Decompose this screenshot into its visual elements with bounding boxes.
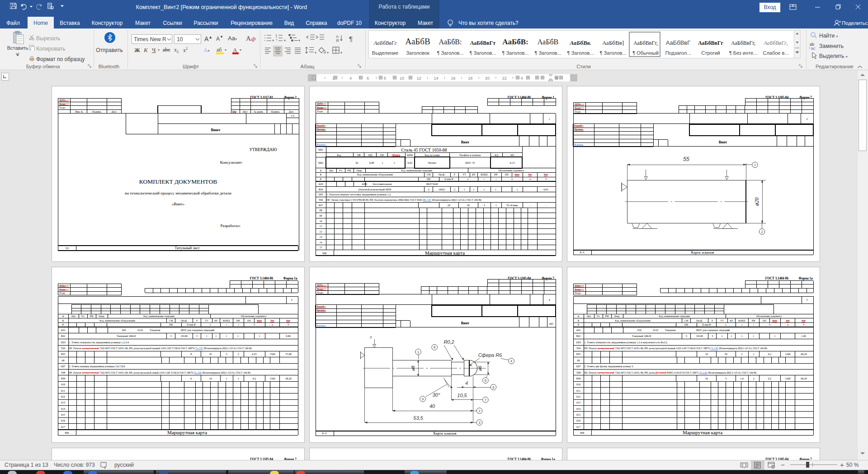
svg-text:60,29: 60,29 (801, 377, 807, 380)
svg-text:А03: А03 (318, 183, 323, 185)
svg-text:Р05: Р05 (61, 353, 65, 356)
svg-text:Обозначение документа: Обозначение документа (241, 315, 267, 318)
svg-text:Титульный лист: Титульный лист (175, 246, 200, 250)
svg-text:20: 20 (448, 204, 450, 207)
svg-text:22: 22 (502, 76, 507, 81)
svg-text:015: 015 (61, 413, 65, 416)
svg-text:Т.Л: Т.Л (291, 114, 294, 117)
svg-text:1. Отрезать мерную заготовку,: 1. Отрезать мерную заготовку, выдерживая… (326, 193, 392, 196)
svg-text:КОИД: КОИД (223, 319, 230, 322)
svg-text:▾: ▾ (340, 51, 342, 55)
svg-text:Код, наименование оборудования: Код, наименование оборудования (615, 319, 651, 322)
svg-text:014: 014 (576, 408, 580, 410)
svg-text:8: 8 (190, 353, 192, 356)
svg-text:М02: М02 (318, 161, 323, 164)
svg-text:1: 1 (721, 335, 722, 337)
svg-text:2: 2 (428, 188, 429, 191)
svg-text:0,08: 0,08 (369, 161, 374, 164)
svg-text:Цех: Цех (329, 169, 333, 172)
svg-text:S: S (769, 323, 770, 326)
svg-text:Прокат: Прокат (428, 161, 437, 164)
svg-text:2: 2 (238, 353, 239, 356)
svg-text:D или В: D или В (187, 323, 195, 326)
svg-text:10: 10 (209, 377, 212, 380)
svg-text:Карта эскизов: Карта эскизов (691, 250, 714, 255)
svg-text:Код, наименование оборудования: Код, наименование оборудования (357, 173, 393, 176)
svg-text:¶: ¶ (349, 35, 353, 43)
svg-text:1500: 1500 (270, 353, 275, 356)
svg-text:МЗ: МЗ (510, 154, 514, 156)
svg-text:МК: МК (580, 431, 585, 434)
svg-text:ОП: ОП (505, 173, 509, 176)
svg-text:4280: 4280 (362, 183, 367, 185)
svg-text:Р09: Р09 (576, 377, 580, 380)
svg-text:Цех: Цех (587, 315, 591, 318)
svg-text:n: n (787, 323, 788, 326)
svg-text:КР: КР (730, 319, 733, 322)
svg-text:▾: ▾ (298, 38, 300, 43)
svg-text:А: А (246, 35, 251, 42)
svg-text:ПИ: ПИ (427, 178, 430, 180)
svg-text:0,96: 0,96 (286, 335, 291, 337)
svg-text:16: 16 (705, 353, 708, 356)
svg-text:Профиль и размеры: Профиль и размеры (460, 154, 481, 156)
svg-text:53,5: 53,5 (413, 415, 423, 421)
svg-text:4: 4 (465, 381, 468, 386)
svg-text:0,2: 0,2 (768, 353, 772, 356)
svg-text:Разработал:: Разработал: (220, 223, 241, 228)
svg-text:Н.контр.: Н.контр. (316, 324, 326, 327)
svg-text:16: 16 (451, 76, 455, 81)
svg-text:1200: 1200 (785, 377, 791, 380)
svg-text:на технологический процесс мех: на технологический процесс механической … (125, 191, 231, 195)
svg-text:19149: 19149 (696, 335, 703, 337)
svg-text:V: V (803, 323, 805, 326)
svg-text:ПР: Тиски станочные СТП 6789.9: ПР: Тиски станочные СТП 6789.98-89; РИ: … (326, 199, 482, 201)
svg-text:010: 010 (576, 383, 580, 386)
svg-text:5: 5 (806, 298, 807, 301)
svg-text:6: 6 (492, 385, 494, 389)
svg-text:005: 005 (549, 322, 553, 325)
svg-text:ОП: ОП (247, 319, 251, 322)
svg-text:О03: О03 (576, 341, 580, 344)
svg-text:D или В: D или В (444, 178, 453, 180)
svg-text:Подпись: Подпись (271, 110, 280, 113)
svg-text:1: 1 (548, 117, 550, 120)
svg-text:Кг: Кг (356, 161, 359, 164)
svg-text:ИОТ для токарных операций: ИОТ для токарных операций (696, 329, 730, 332)
svg-text:Б02: Б02 (61, 335, 65, 337)
svg-text:Н.контр.: Н.контр. (574, 143, 584, 146)
svg-text:Я: Я (336, 38, 339, 43)
svg-text:8: 8 (555, 76, 557, 81)
svg-text:2. Точить две фаски, выдержива: 2. Точить две фаски, выдерживая размер 3… (584, 365, 634, 368)
svg-text:Р09: Р09 (61, 377, 65, 380)
svg-text:ГОСТ 3.1404-86: ГОСТ 3.1404-86 (508, 96, 531, 100)
svg-text:3: 3 (196, 335, 198, 337)
svg-text:14: 14 (434, 76, 439, 81)
svg-text:L: L (725, 323, 727, 326)
svg-text:КОМПЛЕКТ ДОКУМЕНТОВ: КОМПЛЕКТ ДОКУМЕНТОВ (139, 178, 217, 185)
svg-text:Т08: Т08 (576, 371, 581, 374)
svg-text:ПР: Патрон трехкулачковый 7102: ПР: Патрон трехкулачковый 7102-0072 ГОСТ… (69, 347, 253, 350)
svg-text:ПИ: ПИ (684, 323, 688, 326)
svg-text:Б04: Б04 (319, 188, 323, 191)
svg-text:ПР: Патрон трехкулачковый 7102: ПР: Патрон трехкулачковый 7102-0072 ГОСТ… (584, 371, 757, 374)
svg-text:3: 3 (725, 377, 726, 380)
svg-text:А01: А01 (576, 329, 580, 332)
svg-text:Обозначение документа: Обозначение документа (756, 315, 782, 318)
svg-text:S: S (511, 178, 513, 180)
svg-text:3: 3 (712, 335, 713, 337)
svg-text:Подп.: Подп. (575, 292, 581, 294)
svg-text:ОП: ОП (763, 319, 766, 322)
svg-text:Дата: Дата (112, 110, 117, 113)
svg-text:КОИД: КОИД (738, 319, 745, 322)
svg-text:ø6: ø6 (477, 365, 482, 371)
svg-text:1500: 1500 (270, 377, 275, 380)
svg-text:Проф.: Проф. (181, 319, 188, 322)
svg-text:Форма 1а: Форма 1а (798, 277, 812, 280)
svg-text:1200: 1200 (785, 353, 791, 356)
svg-text:Маршрутная карта: Маршрутная карта (425, 250, 465, 256)
svg-text:2: 2 (753, 377, 755, 380)
svg-text:30°: 30° (433, 392, 440, 398)
svg-text:n: n (272, 323, 273, 326)
svg-text:015: 015 (576, 413, 580, 416)
